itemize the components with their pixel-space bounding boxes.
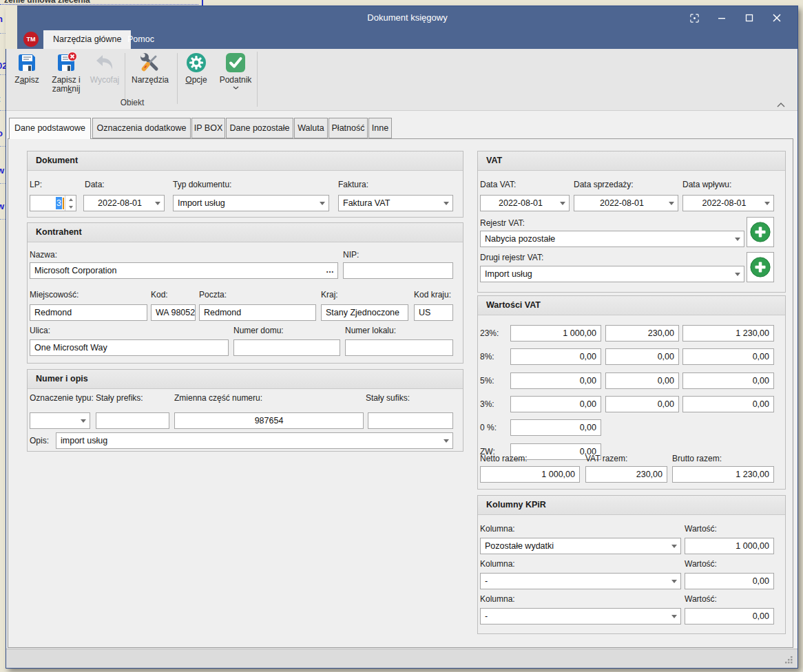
staly-sufiks-input[interactable] [368, 412, 453, 429]
vat-3-netto-input[interactable]: 0,00 [510, 396, 601, 412]
close-button[interactable] [766, 10, 788, 26]
numer-lokalu-label: Numer lokalu: [345, 326, 396, 335]
dialog-dokument-ksiegowy: Dokument księgowy [6, 6, 798, 669]
data-vat-label: Data VAT: [480, 180, 516, 189]
vat-5-brutto-input[interactable]: 0,00 [682, 372, 774, 389]
tab-platnosc[interactable]: Płatność [328, 118, 368, 138]
background-letter: w [0, 201, 4, 211]
nazwa-label: Nazwa: [30, 250, 57, 260]
vat-8-vat-input[interactable]: 0,00 [605, 348, 679, 365]
zmienna-czesc-input[interactable]: 987654 [174, 412, 364, 429]
kod-kraju-input[interactable]: US [414, 304, 453, 321]
save-icon [16, 52, 38, 74]
drugi-rejestr-vat-combobox[interactable]: Import usług [480, 266, 744, 282]
maximize-button[interactable] [738, 10, 760, 26]
vat-rate-label: 3%: [480, 399, 494, 409]
data-sprzedazy-combobox[interactable]: 2022-08-01 [574, 195, 678, 211]
poczta-input[interactable]: Redmond [199, 304, 316, 321]
staly-prefiks-input[interactable] [96, 412, 169, 429]
fit-window-button[interactable] [683, 10, 705, 26]
rejestr-vat-label: Rejestr VAT: [480, 218, 525, 228]
tab-dane-pozostale[interactable]: Dane pozostałe [226, 118, 293, 138]
add-drugi-rejestr-vat-button[interactable] [747, 252, 774, 282]
dropdown-arrow-icon [669, 202, 674, 205]
chevron-up-icon [777, 103, 785, 107]
background-letter: n [0, 14, 3, 24]
wartosc-3-input[interactable]: 0,00 [685, 608, 774, 624]
vat-8-netto-input[interactable]: 0,00 [510, 348, 601, 365]
spin-up-button[interactable] [65, 196, 76, 203]
wartosc-2-input[interactable]: 0,00 [685, 573, 774, 589]
rejestr-vat-combobox[interactable]: Nabycia pozostałe [480, 231, 744, 247]
tab-waluta[interactable]: Waluta [294, 118, 328, 138]
collapse-ribbon-button[interactable] [774, 100, 788, 109]
gear-icon [185, 52, 207, 74]
data-combobox[interactable]: 2022-08-01 [83, 195, 165, 211]
brutto-razem-label: Brutto razem: [672, 454, 722, 463]
dropdown-arrow-icon [671, 580, 677, 583]
vat-23-vat-input[interactable]: 230,00 [605, 325, 679, 342]
data-label: Data: [85, 180, 105, 189]
resize-grip[interactable] [784, 655, 793, 664]
kraj-input[interactable]: Stany Zjednoczone [321, 304, 408, 321]
data-wplywu-combobox[interactable]: 2022-08-01 [682, 195, 774, 211]
section-header: Kolumny KPiR [478, 496, 785, 515]
dropdown-arrow-icon [444, 202, 449, 205]
app-logo[interactable]: TM [23, 32, 39, 47]
poczta-label: Poczta: [199, 290, 227, 300]
numer-lokalu-input[interactable] [345, 339, 453, 356]
fit-window-icon [689, 13, 700, 23]
kolumna-2-combobox[interactable]: - [480, 573, 681, 589]
faktura-combobox[interactable]: Faktura VAT [338, 195, 453, 211]
minimize-button[interactable] [711, 10, 733, 26]
kolumna-1-combobox[interactable]: Pozostałe wydatki [480, 538, 681, 554]
opis-combobox[interactable]: import usług [56, 432, 453, 449]
ribbon: Zapisz Zapisz i zamknij Wycofaj [6, 49, 797, 111]
wartosc-label: Wartość: [685, 524, 717, 534]
dropdown-arrow-icon [560, 202, 565, 205]
vat-razem-input[interactable]: 230,00 [585, 466, 667, 483]
vat-8-brutto-input[interactable]: 0,00 [682, 348, 774, 365]
nip-input[interactable] [343, 262, 453, 279]
vat-5-vat-input[interactable]: 0,00 [605, 372, 679, 389]
vat-23-netto-input[interactable]: 1 000,00 [510, 325, 601, 342]
chevron-down-icon [233, 86, 239, 90]
typ-dokumentu-combobox[interactable]: Import usług [173, 195, 329, 211]
nazwa-input[interactable]: Microsoft Corporation … [30, 262, 338, 279]
oznaczenie-typu-combobox[interactable] [30, 412, 90, 429]
ribbon-tab-pomoc[interactable]: Pomoc [118, 30, 164, 49]
add-rejestr-vat-button[interactable] [747, 217, 774, 247]
nazwa-ellipsis-button[interactable]: … [326, 263, 335, 277]
typ-dokumentu-label: Typ dokumentu: [173, 180, 231, 189]
wartosc-1-input[interactable]: 1 000,00 [685, 538, 774, 554]
miejscowosc-input[interactable]: Redmond [30, 304, 147, 321]
brutto-razem-input[interactable]: 1 230,00 [672, 466, 774, 483]
kolumna-3-combobox[interactable]: - [480, 608, 681, 624]
vat-5-netto-input[interactable]: 0,00 [510, 372, 601, 389]
dropdown-arrow-icon [81, 419, 86, 423]
vat-rate-label: 0 %: [480, 423, 497, 432]
lp-label: LP: [30, 180, 42, 189]
spin-down-button[interactable] [65, 203, 76, 211]
vat-rate-label: 5%: [480, 376, 494, 386]
data-vat-combobox[interactable]: 2022-08-01 [480, 195, 570, 211]
kod-input[interactable]: WA 98052 [151, 304, 196, 321]
dropdown-arrow-icon [444, 439, 449, 443]
tab-inne[interactable]: Inne [368, 118, 392, 138]
tab-ip-box[interactable]: IP BOX [191, 118, 225, 138]
tab-dane-podstawowe[interactable]: Dane podstawowe [9, 118, 91, 139]
lp-spinner[interactable]: 3 [30, 195, 76, 211]
netto-razem-input[interactable]: 1 000,00 [480, 466, 580, 483]
background-dashed-mark [202, 0, 203, 6]
ulica-input[interactable]: One Microsoft Way [30, 339, 229, 356]
text-caret [63, 198, 64, 209]
tab-oznaczenia-dodatkowe[interactable]: Oznaczenia dodatkowe [92, 118, 191, 138]
background-letter: o [0, 128, 3, 138]
vat-3-brutto-input[interactable]: 0,00 [682, 396, 774, 412]
dropdown-arrow-icon [735, 238, 740, 241]
vat-23-brutto-input[interactable]: 1 230,00 [682, 325, 774, 342]
data-wplywu-label: Data wpływu: [682, 180, 731, 189]
numer-domu-input[interactable] [233, 339, 340, 356]
vat-3-vat-input[interactable]: 0,00 [605, 396, 679, 412]
vat-0-netto-input[interactable]: 0,00 [510, 419, 601, 436]
